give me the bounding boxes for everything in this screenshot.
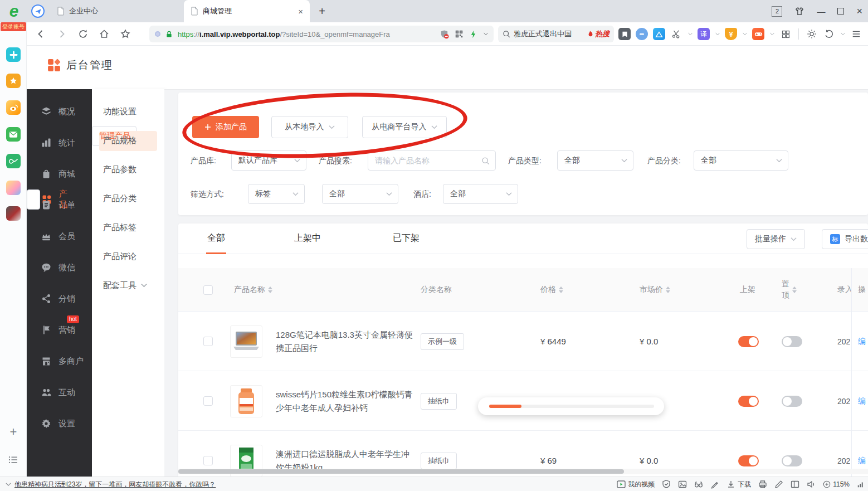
nav-item-mall[interactable]: 商城 xyxy=(27,158,92,189)
nav-item-distribution[interactable]: 分销 xyxy=(27,283,92,314)
library-select[interactable]: 默认产品库 xyxy=(231,150,306,171)
infinity-loop-icon[interactable] xyxy=(6,154,21,168)
edit-link[interactable]: 编 xyxy=(858,337,866,347)
undo-icon[interactable] xyxy=(823,28,835,40)
download-button[interactable]: 下载 xyxy=(726,480,751,489)
product-name[interactable]: swisse钙片150粒维生素D柠檬酸钙青少年中老年成人孕妇补钙 xyxy=(276,388,415,414)
my-video-button[interactable]: 我的视频 xyxy=(617,480,655,489)
minimize-button[interactable]: — xyxy=(817,7,825,16)
lightning-icon[interactable] xyxy=(469,30,477,38)
sort-icon[interactable] xyxy=(792,286,797,293)
tab-all[interactable]: 全部 xyxy=(207,223,225,254)
subnav-item-tools[interactable]: 配套工具 xyxy=(92,271,164,300)
translate-icon[interactable]: 译 xyxy=(698,28,710,40)
chevron-down-icon[interactable] xyxy=(484,32,488,36)
bookmark-star-icon[interactable] xyxy=(118,27,133,41)
hotel-select[interactable]: 全部 xyxy=(443,184,518,204)
import-platform-button[interactable]: 从电商平台导入 xyxy=(362,116,447,138)
category-select[interactable]: 全部 xyxy=(694,150,788,171)
export-data-button[interactable]: 标 导出数 xyxy=(822,229,868,249)
on-shelf-toggle[interactable] xyxy=(738,336,759,347)
game-center-icon[interactable] xyxy=(752,28,764,40)
reading-mode-icon[interactable] xyxy=(694,480,703,489)
pin-top-toggle[interactable] xyxy=(782,455,802,466)
subnav-item-product-reviews[interactable]: 产品评论 xyxy=(92,242,164,271)
chevron-down-icon[interactable] xyxy=(770,32,774,36)
sort-icon[interactable] xyxy=(268,286,272,293)
collection-book-icon[interactable] xyxy=(618,28,631,40)
triangle-app-icon[interactable] xyxy=(653,28,665,40)
speaker-icon[interactable] xyxy=(807,480,816,489)
edit-pen-icon[interactable] xyxy=(774,480,783,489)
product-name[interactable]: 128G笔记本电脑13.3英寸金属轻薄便携正品国行 xyxy=(276,328,415,354)
theme-shirt-icon[interactable] xyxy=(794,6,804,16)
apps-grid-icon[interactable] xyxy=(779,28,792,40)
nav-item-interaction[interactable]: 互动 xyxy=(27,377,92,408)
wallet-icon[interactable]: ¥ xyxy=(725,28,737,40)
sort-icon[interactable] xyxy=(559,286,563,293)
pin-top-toggle[interactable] xyxy=(782,396,802,407)
back-button[interactable] xyxy=(33,27,48,41)
split-window-icon[interactable] xyxy=(791,480,799,489)
subnav-item-product-categories[interactable]: 产品分类 xyxy=(92,184,164,213)
col-price[interactable]: 价格 xyxy=(540,285,556,295)
paper-plane-icon[interactable] xyxy=(31,4,45,18)
printer-icon[interactable] xyxy=(758,480,767,489)
security-shield-icon[interactable] xyxy=(662,480,671,489)
mode-select[interactable]: 标签 xyxy=(248,184,305,204)
row-checkbox[interactable] xyxy=(203,337,213,346)
quick-search-box[interactable]: 雅虎正式退出中国 热搜 xyxy=(498,26,614,42)
row-checkbox[interactable] xyxy=(203,456,213,465)
screenshot-scissors-icon[interactable] xyxy=(670,28,682,40)
subnav-item-product-specs[interactable]: 产品规格 xyxy=(92,126,164,155)
col-product-name[interactable]: 产品名称 xyxy=(234,285,265,295)
tab-count-badge[interactable]: 2 xyxy=(772,6,782,17)
nav-item-overview[interactable]: 概况 xyxy=(27,96,92,127)
import-local-button[interactable]: 从本地导入 xyxy=(271,116,348,138)
network-signal-icon[interactable] xyxy=(857,480,865,488)
screenshot-image-icon[interactable] xyxy=(678,480,687,489)
menu-icon[interactable] xyxy=(850,28,862,40)
close-button[interactable]: × xyxy=(856,6,862,16)
subnav-item-function-settings[interactable]: 功能设置 xyxy=(92,97,164,126)
col-market-price[interactable]: 市场价 xyxy=(640,285,663,295)
qr-code-icon[interactable] xyxy=(455,30,464,38)
row-checkbox[interactable] xyxy=(203,396,213,406)
nav-item-members[interactable]: 会员 xyxy=(27,221,92,252)
edit-link[interactable]: 编 xyxy=(858,396,866,406)
on-shelf-toggle[interactable] xyxy=(738,396,759,407)
home-button[interactable] xyxy=(97,27,111,41)
tab-mall-management[interactable]: 商城管理 × xyxy=(184,0,310,22)
add-sidebar-item-button[interactable]: + xyxy=(0,425,27,439)
batch-operations-button[interactable]: 批量操作 xyxy=(747,229,805,249)
chevron-down-icon[interactable] xyxy=(6,482,11,487)
mail-icon[interactable] xyxy=(6,127,21,142)
nav-item-statistics[interactable]: 统计 xyxy=(27,127,92,158)
login-account-badge[interactable]: 登录账号 xyxy=(1,22,26,31)
sidebar-list-icon[interactable] xyxy=(0,453,27,467)
refresh-button[interactable] xyxy=(76,27,90,41)
weibo-icon[interactable] xyxy=(6,100,21,115)
favorites-star-icon[interactable] xyxy=(6,74,21,88)
game-plus-icon[interactable] xyxy=(6,47,21,62)
browser-logo-icon[interactable]: e xyxy=(4,2,23,21)
scrollbar-thumb[interactable] xyxy=(178,469,624,474)
maximize-button[interactable] xyxy=(837,8,844,14)
zoom-control[interactable]: 115% xyxy=(823,480,850,488)
address-bar[interactable]: https://i.mall.vip.webportal.top/?siteId… xyxy=(149,26,494,42)
new-tab-button[interactable]: + xyxy=(315,4,329,19)
tab-close-icon[interactable]: × xyxy=(298,7,303,16)
col-pinned[interactable]: 置 xyxy=(782,279,789,290)
chevron-down-icon[interactable] xyxy=(715,32,720,36)
product-search-input[interactable] xyxy=(375,156,481,165)
mode-value-select[interactable]: 全部 xyxy=(322,184,398,204)
sort-icon[interactable] xyxy=(666,286,670,293)
nav-item-multi-merchant[interactable]: 多商户 xyxy=(27,346,92,377)
forward-button[interactable] xyxy=(55,27,69,41)
tab-enterprise-center[interactable]: 企业中心 xyxy=(50,0,174,22)
type-select[interactable]: 全部 xyxy=(557,150,633,171)
edit-link[interactable]: 编 xyxy=(858,456,866,466)
avatar-anime-2[interactable] xyxy=(6,206,21,221)
shield-block-icon[interactable] xyxy=(440,30,449,39)
avatar-anime-1[interactable] xyxy=(6,181,21,195)
